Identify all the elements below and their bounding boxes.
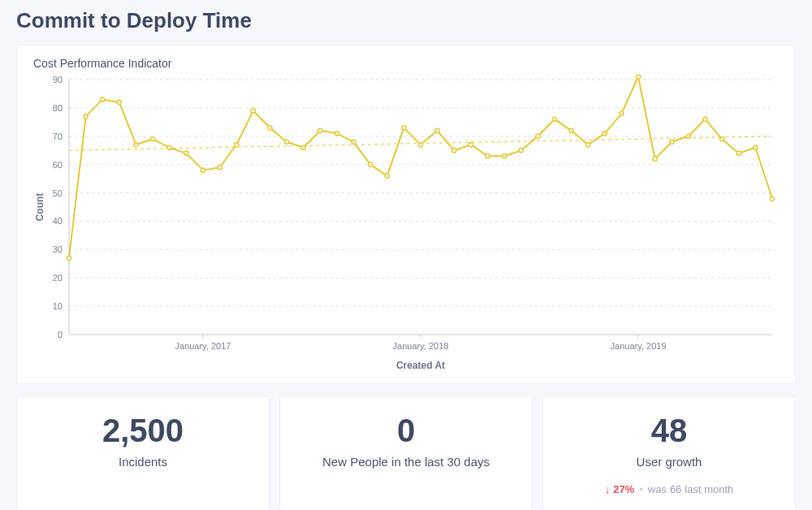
svg-point-71 bbox=[754, 145, 758, 149]
svg-point-42 bbox=[268, 126, 272, 130]
svg-text:70: 70 bbox=[53, 132, 63, 141]
chart-title: Cost Performance Indicator bbox=[33, 57, 779, 70]
metric-prev-suffix: last month bbox=[685, 483, 733, 495]
metric-card-new-people: 0 New People in the last 30 days bbox=[279, 395, 533, 510]
metric-card-user-growth: 48 User growth ↓ 27% • was 66 last month bbox=[542, 395, 796, 510]
arrow-down-icon: ↓ bbox=[605, 483, 611, 495]
svg-point-54 bbox=[469, 143, 473, 147]
svg-point-31 bbox=[84, 115, 88, 119]
metric-delta: ↓ 27% • was 66 last month bbox=[551, 483, 787, 495]
chart-plot: 0102030405060708090January, 2017January,… bbox=[33, 75, 779, 375]
svg-point-69 bbox=[720, 137, 724, 141]
svg-point-49 bbox=[385, 174, 389, 178]
metric-label: New People in the last 30 days bbox=[288, 455, 524, 469]
svg-text:10: 10 bbox=[53, 301, 63, 311]
svg-point-67 bbox=[686, 134, 690, 138]
metric-label: Incidents bbox=[25, 455, 261, 469]
metric-value: 48 bbox=[551, 414, 787, 447]
metric-delta-pct: 27% bbox=[613, 483, 634, 495]
svg-text:0: 0 bbox=[58, 330, 63, 339]
page-title: Commit to Deploy Time bbox=[16, 0, 796, 45]
svg-point-60 bbox=[569, 128, 573, 132]
svg-text:20: 20 bbox=[53, 273, 63, 283]
svg-text:60: 60 bbox=[53, 160, 63, 170]
metric-value: 0 bbox=[288, 414, 524, 447]
svg-point-35 bbox=[150, 137, 154, 141]
chart-card: Cost Performance Indicator 0102030405060… bbox=[16, 45, 796, 384]
svg-point-56 bbox=[502, 154, 506, 158]
svg-point-33 bbox=[117, 100, 121, 104]
svg-point-41 bbox=[251, 109, 255, 113]
svg-text:40: 40 bbox=[53, 216, 63, 226]
svg-point-48 bbox=[369, 162, 373, 166]
svg-text:Created At: Created At bbox=[396, 360, 445, 371]
svg-point-62 bbox=[603, 132, 607, 136]
svg-point-43 bbox=[284, 140, 288, 144]
svg-point-65 bbox=[653, 157, 657, 161]
svg-point-30 bbox=[67, 256, 71, 260]
svg-text:January, 2017: January, 2017 bbox=[175, 341, 231, 351]
metric-prev-prefix: was bbox=[648, 483, 667, 495]
svg-point-63 bbox=[620, 111, 624, 115]
svg-point-59 bbox=[552, 117, 556, 121]
svg-text:January, 2018: January, 2018 bbox=[393, 341, 449, 351]
metric-label: User growth bbox=[551, 455, 787, 469]
svg-text:80: 80 bbox=[53, 103, 63, 113]
metrics-row: 2,500 Incidents 0 New People in the last… bbox=[16, 395, 796, 510]
svg-point-53 bbox=[452, 149, 456, 153]
svg-text:Count: Count bbox=[34, 193, 45, 222]
metric-prev-value: 66 bbox=[670, 483, 681, 495]
svg-point-68 bbox=[703, 117, 707, 121]
metric-card-incidents: 2,500 Incidents bbox=[16, 395, 270, 510]
metric-value: 2,500 bbox=[25, 414, 261, 447]
svg-point-45 bbox=[318, 128, 322, 132]
svg-point-58 bbox=[536, 134, 540, 138]
svg-point-37 bbox=[184, 151, 188, 155]
svg-text:30: 30 bbox=[53, 244, 63, 254]
svg-point-32 bbox=[101, 97, 105, 102]
svg-point-66 bbox=[670, 140, 674, 144]
svg-point-61 bbox=[586, 143, 590, 147]
svg-point-38 bbox=[201, 168, 205, 172]
svg-point-55 bbox=[486, 154, 490, 158]
svg-point-72 bbox=[770, 197, 774, 201]
svg-point-34 bbox=[134, 143, 138, 147]
svg-point-36 bbox=[167, 145, 171, 149]
svg-point-51 bbox=[418, 143, 422, 147]
separator-dot-icon: • bbox=[639, 483, 643, 495]
svg-text:50: 50 bbox=[53, 188, 63, 198]
svg-point-47 bbox=[352, 140, 356, 144]
svg-point-52 bbox=[435, 128, 439, 132]
svg-point-50 bbox=[402, 126, 406, 130]
svg-point-46 bbox=[335, 132, 339, 136]
svg-point-44 bbox=[301, 145, 305, 149]
svg-point-40 bbox=[235, 143, 239, 147]
svg-point-70 bbox=[736, 151, 741, 155]
svg-text:90: 90 bbox=[53, 75, 63, 84]
chart-svg: 0102030405060708090January, 2017January,… bbox=[33, 75, 780, 375]
svg-point-64 bbox=[636, 75, 640, 79]
svg-point-39 bbox=[218, 166, 222, 170]
svg-point-57 bbox=[519, 149, 523, 153]
svg-text:January, 2019: January, 2019 bbox=[611, 341, 667, 351]
